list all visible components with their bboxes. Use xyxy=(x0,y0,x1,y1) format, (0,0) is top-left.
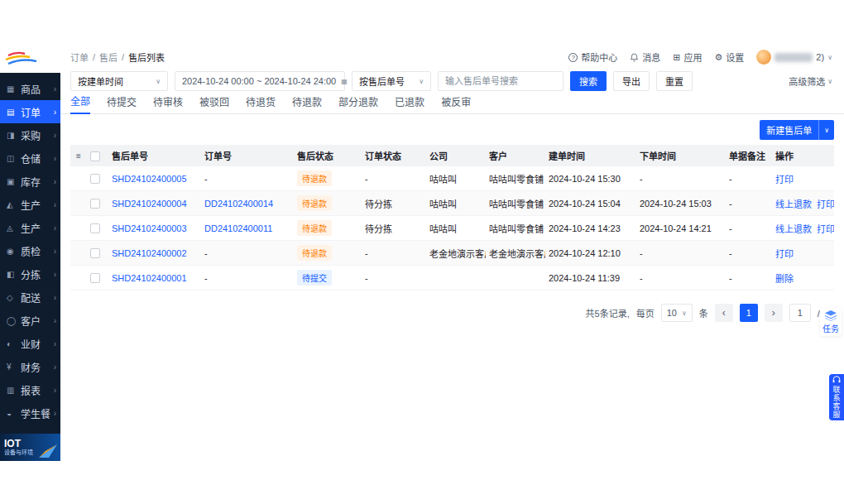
op-link[interactable]: 打印 xyxy=(817,199,834,209)
chevron-down-icon: ∨ xyxy=(156,78,161,85)
sidebar-item-customers[interactable]: ◯客户› xyxy=(0,309,60,332)
next-page-button[interactable]: › xyxy=(765,304,783,322)
sidebar-item-sorting[interactable]: ◧分拣› xyxy=(0,262,60,286)
breadcrumb-current: 售后列表 xyxy=(128,50,165,64)
tab-pending-submit[interactable]: 待提交 xyxy=(107,94,137,113)
after-sale-no-link[interactable]: SHD24102400002 xyxy=(112,248,187,258)
sidebar-item-products[interactable]: ▦商品› xyxy=(0,77,60,100)
tab-all[interactable]: 全部 xyxy=(70,94,90,114)
col-operations: 操作 xyxy=(772,149,834,162)
export-button[interactable]: 导出 xyxy=(613,71,650,91)
page-1-button[interactable]: 1 xyxy=(740,304,758,322)
after-sale-no-link[interactable]: SHD24102400003 xyxy=(112,223,187,233)
help-center-button[interactable]: ?帮助中心 xyxy=(568,50,617,64)
search-button[interactable]: 搜索 xyxy=(570,71,607,91)
sidebar-item-finance[interactable]: ¥财务› xyxy=(0,355,60,378)
student-meal-icon: ◒ xyxy=(7,409,18,418)
breadcrumb-root[interactable]: 订单 xyxy=(70,50,89,64)
apps-button[interactable]: ⊞应用 xyxy=(673,50,702,64)
chevron-right-icon: › xyxy=(54,84,56,94)
sidebar-item-business-finance[interactable]: ◐业财› xyxy=(0,332,60,355)
after-sale-no-link[interactable]: SHD24102400004 xyxy=(112,199,187,209)
tab-refunded[interactable]: 已退款 xyxy=(395,94,424,113)
company: 老金地演示客户1 xyxy=(426,247,486,260)
col-company: 公司 xyxy=(426,149,486,162)
row-checkbox[interactable] xyxy=(90,174,100,184)
tab-pending-refund[interactable]: 待退款 xyxy=(292,94,322,113)
table-row: SHD24102400005 - 待退款 - 咕咕叫 咕咕叫零食铺 2024-1… xyxy=(70,166,834,191)
order-no[interactable]: DD24102400011 xyxy=(204,223,272,233)
order-status: 待分拣 xyxy=(362,197,426,210)
prev-page-button[interactable]: ‹ xyxy=(715,304,733,322)
order-status: - xyxy=(362,273,426,283)
task-float-button[interactable]: 任务 xyxy=(820,308,842,336)
op-link[interactable]: 删除 xyxy=(775,274,794,284)
tab-pending-review[interactable]: 待审核 xyxy=(153,94,183,113)
app-logo xyxy=(0,46,60,73)
after-sale-no-link[interactable]: SHD24102400001 xyxy=(112,273,187,283)
apps-grid-icon: ⊞ xyxy=(673,52,680,63)
user-name-masked xyxy=(774,53,813,62)
expand-all-icon[interactable]: ≡ xyxy=(70,151,87,161)
sidebar-item-inventory[interactable]: ▣库存› xyxy=(0,170,60,193)
op-link[interactable]: 打印 xyxy=(775,249,794,259)
settings-button[interactable]: ⚙设置 xyxy=(714,50,744,64)
after-sale-no-link[interactable]: SHD24102400005 xyxy=(112,174,187,184)
sidebar-item-warehouse[interactable]: ◫仓储› xyxy=(0,146,60,170)
breadcrumb-section[interactable]: 售后 xyxy=(99,50,117,64)
op-link[interactable]: 打印 xyxy=(817,224,834,234)
search-input[interactable] xyxy=(438,71,563,91)
op-link[interactable]: 线上退款 xyxy=(775,199,812,209)
tab-pending-return[interactable]: 待退货 xyxy=(246,94,276,113)
row-checkbox[interactable] xyxy=(90,199,100,209)
per-page-select[interactable]: 10 ∨ xyxy=(661,304,693,322)
user-menu[interactable]: 2) ∨ xyxy=(756,50,832,65)
op-link[interactable]: 线上退款 xyxy=(775,224,812,234)
chevron-down-icon: ∨ xyxy=(819,127,834,134)
col-customer: 客户 xyxy=(486,149,545,162)
new-after-sale-button[interactable]: 新建售后单 ∨ xyxy=(760,120,834,140)
app-window: ▦商品› ▤订单› ◨采购› ◫仓储› ▣库存› ◭生产› ◬生产› ◉质检› … xyxy=(0,46,844,461)
records-total: 共5条记录, xyxy=(586,306,630,319)
status-badge: 待提交 xyxy=(297,270,332,286)
tab-partial-refund[interactable]: 部分退款 xyxy=(338,94,378,113)
warehouse-icon: ◫ xyxy=(7,154,18,163)
reset-button[interactable]: 重置 xyxy=(656,71,693,91)
sorting-icon: ◧ xyxy=(7,270,18,279)
order-no[interactable]: DD24102400014 xyxy=(204,199,273,209)
sidebar-item-delivery[interactable]: ◇配送› xyxy=(0,286,60,309)
sidebar-item-reports[interactable]: ▥报表› xyxy=(0,378,60,401)
sidebar-item-qc[interactable]: ◉质检› xyxy=(0,239,60,262)
date-range-picker[interactable]: 2024-10-24 00:00 ~ 2024-10-24 24:00 ▦ xyxy=(175,71,345,91)
paper-plane-icon xyxy=(37,441,59,459)
row-checkbox[interactable] xyxy=(90,223,100,233)
created-at: 2024-10-24 11:39 xyxy=(545,273,636,283)
pagination: 共5条记录, 每页 10 ∨ 条 ‹ 1 › 1 /1页 xyxy=(60,290,844,335)
tab-rejected[interactable]: 被驳回 xyxy=(199,94,229,113)
remark: - xyxy=(726,223,772,233)
chevron-right-icon: › xyxy=(54,339,56,348)
advanced-filter-toggle[interactable]: 高级筛选 ∨ xyxy=(789,74,832,88)
business-finance-icon: ◐ xyxy=(7,339,18,348)
sidebar-item-production-2[interactable]: ◬生产› xyxy=(0,216,60,239)
sidebar-item-production[interactable]: ◭生产› xyxy=(0,193,60,216)
customer: 咕咕叫零食铺 xyxy=(486,172,545,185)
breadcrumb: 订单 / 售后 / 售后列表 xyxy=(70,50,165,64)
page-jump-input[interactable]: 1 xyxy=(789,304,811,322)
tab-review-reversed[interactable]: 被反审 xyxy=(441,94,471,113)
orders-icon: ▤ xyxy=(7,108,18,117)
sidebar-item-orders[interactable]: ▤订单› xyxy=(0,100,60,123)
messages-button[interactable]: 消息 xyxy=(630,50,660,64)
row-checkbox[interactable] xyxy=(90,273,100,283)
contact-service-button[interactable]: 联系客服 xyxy=(829,374,844,420)
created-at: 2024-10-24 15:04 xyxy=(545,199,636,209)
breadcrumb-separator: / xyxy=(122,52,124,62)
select-all-checkbox[interactable] xyxy=(90,151,100,161)
main-area: 订单 / 售后 / 售后列表 ?帮助中心 消息 ⊞应用 ⚙设置 xyxy=(60,46,844,461)
sidebar-item-purchase[interactable]: ◨采购› xyxy=(0,123,60,146)
sidebar-item-student-meals[interactable]: ◒学生餐› xyxy=(0,401,60,425)
search-type-select[interactable]: 按售后单号 ∨ xyxy=(352,71,431,91)
row-checkbox[interactable] xyxy=(90,248,100,258)
time-type-select[interactable]: 按建单时间 ∨ xyxy=(70,71,168,91)
op-link[interactable]: 打印 xyxy=(775,175,794,185)
